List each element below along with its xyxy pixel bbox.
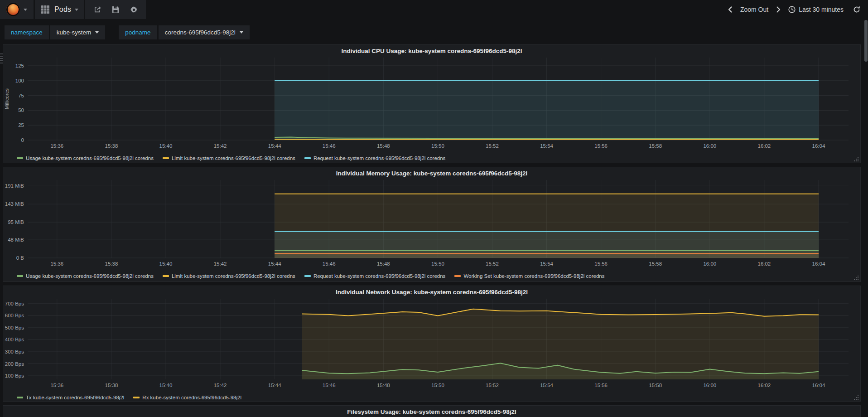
navbar: Pods Zoom Out [0,0,868,19]
legend-series-color-dash [17,397,23,398]
legend-item[interactable]: Limit kube-system coredns-695f96dcd5-98j… [163,273,295,279]
svg-text:16:00: 16:00 [703,383,716,388]
svg-text:500 Bps: 500 Bps [5,325,24,330]
settings-gear-icon[interactable] [127,0,140,19]
panel-title[interactable]: Individual Memory Usage: kube-system cor… [3,167,860,180]
legend-item[interactable]: Tx kube-system coredns-695f96dcd5-98j2l [17,395,124,400]
svg-text:15:46: 15:46 [323,261,336,267]
legend-item[interactable]: Usage kube-system coredns-695f96dcd5-98j… [17,155,154,161]
svg-text:700 Bps: 700 Bps [5,301,24,306]
save-icon[interactable] [109,0,122,19]
svg-text:15:40: 15:40 [159,261,173,267]
svg-text:15:44: 15:44 [268,383,281,388]
panel-memory-usage: Individual Memory Usage: kube-system cor… [3,167,861,282]
legend-series-label: Request kube-system coredns-695f96dcd5-9… [313,155,446,161]
legend-series-color-dash [454,275,461,277]
network-chart-legend: Tx kube-system coredns-695f96dcd5-98j2lR… [3,393,860,402]
svg-text:15:36: 15:36 [50,383,63,388]
svg-text:15:42: 15:42 [214,143,227,149]
panel-resize-handle[interactable] [854,395,859,400]
svg-text:15:56: 15:56 [594,143,608,149]
svg-text:15:38: 15:38 [105,261,118,267]
legend-series-label: Tx kube-system coredns-695f96dcd5-98j2l [26,395,124,400]
legend-item[interactable]: Request kube-system coredns-695f96dcd5-9… [304,273,446,279]
share-icon[interactable] [91,0,104,19]
legend-series-label: Usage kube-system coredns-695f96dcd5-98j… [26,273,154,279]
refresh-icon[interactable] [850,0,863,19]
memory-chart-plot[interactable]: 0 B48 MiB95 MiB143 MiB191 MiB15:3615:381… [3,180,860,272]
svg-text:15:58: 15:58 [649,261,662,267]
panel-resize-handle[interactable] [854,275,859,280]
svg-text:16:04: 16:04 [812,143,825,149]
dashboard-title: Pods [54,5,71,14]
legend-series-color-dash [163,157,169,159]
dashboard-picker[interactable]: Pods [35,0,84,19]
svg-text:400 Bps: 400 Bps [5,337,24,342]
svg-text:48 MiB: 48 MiB [8,237,24,242]
panel-title[interactable]: Individual CPU Usage: kube-system coredn… [3,45,860,58]
legend-series-color-dash [304,275,311,277]
time-range-picker[interactable]: Last 30 minutes [788,6,844,13]
legend-item[interactable]: Working Set kube-system coredns-695f96dc… [454,273,604,279]
legend-series-color-dash [304,157,311,159]
legend-series-color-dash [17,275,23,277]
cpu-chart-plot[interactable]: 025507510012515:3615:3815:4015:4215:4415… [3,58,860,154]
svg-text:15:40: 15:40 [159,383,173,388]
svg-text:125: 125 [15,63,24,68]
scrollbar-thumb[interactable] [864,20,868,62]
svg-text:16:02: 16:02 [757,383,771,388]
chevron-left-icon[interactable] [727,0,734,19]
template-variables-row: namespace kube-system podname coredns-69… [5,25,261,39]
svg-text:15:54: 15:54 [540,261,553,267]
time-range-label: Last 30 minutes [799,6,844,13]
svg-text:300 Bps: 300 Bps [5,349,24,354]
grafana-menu-button[interactable] [0,0,34,19]
variable-podname-select[interactable]: coredns-695f96dcd5-98j2l [159,25,250,39]
variable-namespace-label: namespace [5,25,49,39]
legend-series-label: Usage kube-system coredns-695f96dcd5-98j… [26,155,154,161]
variable-podname-label: podname [119,25,157,39]
network-chart-plot[interactable]: 100 Bps200 Bps300 Bps400 Bps500 Bps600 B… [3,299,860,393]
chevron-right-icon[interactable] [775,0,782,19]
svg-text:Millicores: Millicores [4,88,10,109]
variable-podname-value: coredns-695f96dcd5-98j2l [165,29,236,36]
svg-text:15:44: 15:44 [268,261,281,267]
svg-text:15:48: 15:48 [377,143,390,149]
svg-text:15:44: 15:44 [268,143,281,149]
caret-down-icon [24,9,27,11]
legend-item[interactable]: Usage kube-system coredns-695f96dcd5-98j… [17,273,154,279]
legend-item[interactable]: Request kube-system coredns-695f96dcd5-9… [304,155,446,161]
variable-namespace-select[interactable]: kube-system [50,25,106,39]
legend-series-label: Request kube-system coredns-695f96dcd5-9… [313,273,446,279]
legend-item[interactable]: Limit kube-system coredns-695f96dcd5-98j… [163,155,295,161]
svg-text:200 Bps: 200 Bps [5,361,24,367]
panel-title[interactable]: Filesystem Usage: kube-system coredns-69… [3,406,860,417]
panel-resize-handle[interactable] [854,156,859,161]
svg-text:15:38: 15:38 [105,383,118,388]
dashboard-grid-icon [40,0,50,19]
svg-text:15:58: 15:58 [649,143,662,149]
svg-text:15:52: 15:52 [486,383,499,388]
legend-series-color-dash [133,397,140,398]
variable-podname: podname coredns-695f96dcd5-98j2l [119,25,249,39]
caret-down-icon [95,31,99,34]
svg-text:15:58: 15:58 [649,383,662,388]
zoom-out-button[interactable]: Zoom Out [740,6,768,13]
svg-text:0 B: 0 B [16,255,24,261]
svg-text:15:36: 15:36 [50,261,63,267]
svg-text:143 MiB: 143 MiB [5,201,24,207]
svg-text:16:02: 16:02 [757,261,771,267]
svg-text:75: 75 [18,93,24,98]
svg-text:191 MiB: 191 MiB [5,183,24,189]
legend-series-color-dash [163,275,169,277]
legend-item[interactable]: Rx kube-system coredns-695f96dcd5-98j2l [133,395,241,400]
svg-text:0: 0 [21,137,24,143]
svg-text:100: 100 [15,78,24,83]
svg-text:15:40: 15:40 [159,143,173,149]
svg-text:15:46: 15:46 [323,383,336,388]
svg-text:15:52: 15:52 [486,261,499,267]
svg-text:100 Bps: 100 Bps [5,373,24,378]
legend-series-label: Limit kube-system coredns-695f96dcd5-98j… [172,155,295,161]
panel-title[interactable]: Individual Network Usage: kube-system co… [3,286,860,299]
caret-down-icon [75,9,78,11]
